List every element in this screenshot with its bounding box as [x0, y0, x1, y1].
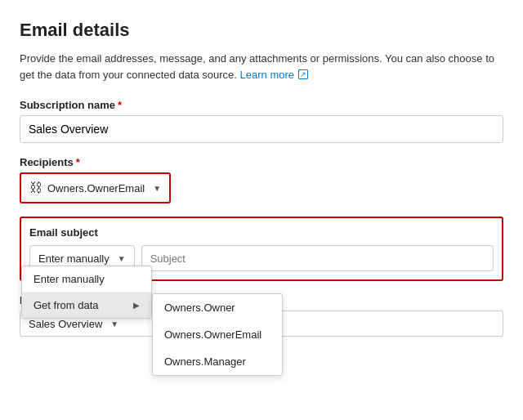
- submenu-item-owners-owner[interactable]: Owners.Owner: [153, 294, 282, 321]
- owners-owner-email-label: Owners.OwnerEmail: [164, 328, 262, 341]
- recipients-label: Recipients *: [20, 156, 503, 168]
- email-subject-dropdown-menu: Enter manually Get from data ▶: [21, 266, 152, 319]
- owners-manager-label: Owners.Manager: [164, 355, 246, 368]
- required-marker: *: [118, 99, 122, 111]
- chain-icon: ⛓: [29, 181, 42, 195]
- email-subject-section: Email subject Enter manually ▼ Enter man…: [20, 217, 503, 281]
- submenu-arrow-icon: ▶: [133, 301, 140, 310]
- get-from-data-submenu: Owners.Owner Owners.OwnerEmail Owners.Ma…: [152, 293, 283, 376]
- learn-more-link[interactable]: Learn more: [240, 67, 308, 83]
- subscription-name-field: Subscription name *: [20, 99, 503, 143]
- email-subject-input[interactable]: [141, 245, 494, 271]
- recipients-field: Recipients * ⛓ Owners.OwnerEmail ▼: [20, 156, 503, 203]
- subscription-name-label: Subscription name *: [20, 99, 503, 111]
- email-subject-dropdown-label: Enter manually: [38, 252, 110, 265]
- dropdown-item-get-from-data[interactable]: Get from data ▶: [22, 293, 151, 318]
- recipients-chevron-icon: ▼: [153, 184, 161, 193]
- submenu-item-owners-owner-email[interactable]: Owners.OwnerEmail: [153, 321, 282, 348]
- report-page-value: Sales Overview: [29, 318, 102, 330]
- email-subject-label: Email subject: [29, 226, 494, 239]
- page-description: Provide the email addresses, message, an…: [20, 51, 503, 83]
- report-page-chevron-icon: ▼: [110, 319, 118, 328]
- page-title: Email details: [20, 20, 503, 41]
- submenu-item-owners-manager[interactable]: Owners.Manager: [153, 348, 282, 375]
- get-from-data-label: Get from data: [34, 299, 98, 311]
- subscription-name-input[interactable]: [20, 115, 503, 143]
- owners-owner-label: Owners.Owner: [164, 302, 235, 314]
- dropdown-item-enter-manually[interactable]: Enter manually: [22, 266, 151, 292]
- email-subject-chevron-icon: ▼: [118, 254, 126, 263]
- recipients-required-marker: *: [76, 156, 80, 168]
- recipients-dropdown[interactable]: ⛓ Owners.OwnerEmail ▼: [20, 172, 171, 203]
- enter-manually-label: Enter manually: [34, 273, 105, 285]
- recipients-value: Owners.OwnerEmail: [47, 182, 145, 194]
- external-link-icon: [298, 69, 308, 79]
